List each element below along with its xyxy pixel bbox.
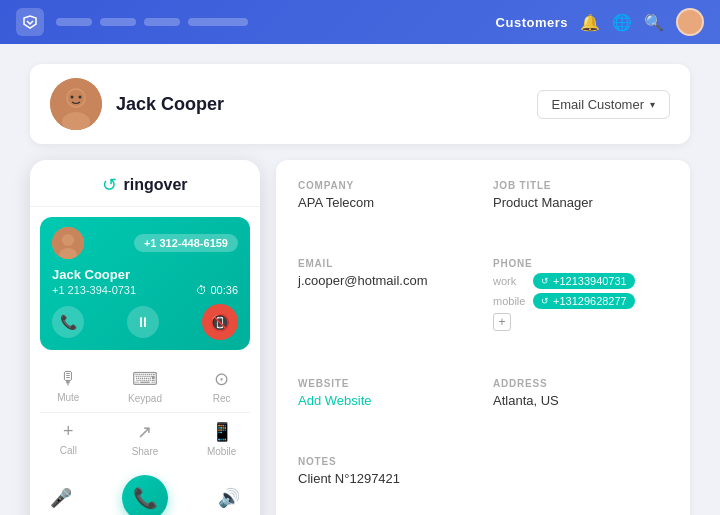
phone-mobile-type: mobile <box>493 295 527 307</box>
mobile-label: Mobile <box>207 446 236 457</box>
ringover-logo-text: ringover <box>123 176 187 194</box>
phone-mobile-icon: ↺ <box>541 296 549 306</box>
timer-icon: ⏱ <box>196 284 207 296</box>
navbar-right: 🔔 🌐 🔍 <box>580 8 704 36</box>
call-control[interactable]: + Call <box>34 421 103 457</box>
navbar-logo <box>16 8 44 36</box>
ringover-header: ↺ ringover <box>30 160 260 207</box>
timer-value: 00:36 <box>210 284 238 296</box>
notes-field: NOTES Client N°1297421 <box>298 456 473 516</box>
navbar-pill-4 <box>188 18 248 26</box>
navbar-pill-2 <box>100 18 136 26</box>
pause-button[interactable]: ⏸ <box>127 306 159 338</box>
ringover-widget: ↺ ringover +1 312-448-6159 Jack Cooper <box>30 160 260 515</box>
phone-label: PHONE <box>493 258 668 269</box>
mute-icon: 🎙 <box>59 368 77 389</box>
rec-label: Rec <box>213 393 231 404</box>
microphone-icon[interactable]: 🎤 <box>50 487 72 509</box>
svg-point-7 <box>62 234 74 246</box>
notes-value: Client N°1297421 <box>298 471 473 486</box>
widget-controls-row2: + Call ↗ Share 📱 Mobile <box>30 413 260 465</box>
email-customer-button[interactable]: Email Customer <box>537 90 670 119</box>
globe-icon[interactable]: 🌐 <box>612 13 632 32</box>
customer-name: Jack Cooper <box>116 94 523 115</box>
keypad-icon: ⌨ <box>132 368 158 390</box>
contact-details: COMPANY APA Telecom JOB TITLE Product Ma… <box>276 160 690 515</box>
navbar-pill-1 <box>56 18 92 26</box>
share-icon: ↗ <box>137 421 152 443</box>
company-value: APA Telecom <box>298 195 473 210</box>
company-label: COMPANY <box>298 180 473 191</box>
phone-work-icon: ↺ <box>541 276 549 286</box>
call-avatar <box>52 227 84 259</box>
phone-mobile-value: +13129628277 <box>553 295 627 307</box>
volume-icon[interactable]: 🔊 <box>218 487 240 509</box>
user-avatar[interactable] <box>676 8 704 36</box>
rec-icon: ⊙ <box>214 368 229 390</box>
keypad-control[interactable]: ⌨ Keypad <box>111 368 180 404</box>
job-title-label: JOB TITLE <box>493 180 668 191</box>
address-field: ADDRESS Atlanta, US <box>493 378 668 438</box>
hangup-button[interactable]: 📵 <box>202 304 238 340</box>
call-info-row: +1 213-394-0731 ⏱ 00:36 <box>52 284 238 296</box>
widget-bottom: 🎤 📞 🔊 <box>30 465 260 515</box>
phone-mobile-badge[interactable]: ↺ +13129628277 <box>533 293 635 309</box>
customer-avatar <box>50 78 102 130</box>
website-field: WEBSITE Add Website <box>298 378 473 438</box>
email-label: EMAIL <box>298 258 473 269</box>
call-contact-name: Jack Cooper <box>52 267 238 282</box>
svg-point-5 <box>79 96 82 99</box>
notes-label: NOTES <box>298 456 473 467</box>
phone-work-row: work ↺ +12133940731 <box>493 273 668 289</box>
navbar-title: Customers <box>496 15 568 30</box>
rec-control[interactable]: ⊙ Rec <box>187 368 256 404</box>
share-label: Share <box>132 446 159 457</box>
navbar-pills <box>56 18 484 26</box>
ringover-logo-icon: ↺ <box>102 174 117 196</box>
add-website-button[interactable]: Add Website <box>298 393 473 408</box>
call-card-top: +1 312-448-6159 <box>52 227 238 259</box>
phone-work-type: work <box>493 275 527 287</box>
phone-field: PHONE work ↺ +12133940731 mobile ↺ +1312… <box>493 258 668 361</box>
navbar-pill-3 <box>144 18 180 26</box>
share-control[interactable]: ↗ Share <box>111 421 180 457</box>
search-icon[interactable]: 🔍 <box>644 13 664 32</box>
main-content: Jack Cooper Email Customer ↺ ringover <box>0 44 720 515</box>
phone-work-badge[interactable]: ↺ +12133940731 <box>533 273 635 289</box>
main-call-button[interactable]: 📞 <box>122 475 168 515</box>
address-value: Atlanta, US <box>493 393 668 408</box>
address-label: ADDRESS <box>493 378 668 389</box>
widget-controls-row1: 🎙 Mute ⌨ Keypad ⊙ Rec <box>30 360 260 412</box>
recall-button[interactable]: 📞 <box>52 306 84 338</box>
call-card: +1 312-448-6159 Jack Cooper +1 213-394-0… <box>40 217 250 350</box>
call-add-icon: + <box>63 421 74 442</box>
mobile-control[interactable]: 📱 Mobile <box>187 421 256 457</box>
mute-label: Mute <box>57 392 79 403</box>
website-label: WEBSITE <box>298 378 473 389</box>
keypad-label: Keypad <box>128 393 162 404</box>
phone-work-value: +12133940731 <box>553 275 627 287</box>
mobile-icon: 📱 <box>211 421 233 443</box>
navbar: Customers 🔔 🌐 🔍 <box>0 0 720 44</box>
bell-icon[interactable]: 🔔 <box>580 13 600 32</box>
job-title-value: Product Manager <box>493 195 668 210</box>
call-actions-row: 📞 ⏸ 📵 <box>52 304 238 340</box>
mute-control[interactable]: 🎙 Mute <box>34 368 103 404</box>
bottom-section: ↺ ringover +1 312-448-6159 Jack Cooper <box>30 160 690 515</box>
job-title-field: JOB TITLE Product Manager <box>493 180 668 240</box>
add-phone-button[interactable]: + <box>493 313 511 331</box>
call-timer: ⏱ 00:36 <box>196 284 238 296</box>
customer-header: Jack Cooper Email Customer <box>30 64 690 144</box>
call-sub-number: +1 213-394-0731 <box>52 284 136 296</box>
email-field: EMAIL j.cooper@hotmail.com <box>298 258 473 361</box>
call-number-badge: +1 312-448-6159 <box>134 234 238 252</box>
email-value: j.cooper@hotmail.com <box>298 273 473 288</box>
call-label: Call <box>60 445 77 456</box>
svg-point-4 <box>71 96 74 99</box>
company-field: COMPANY APA Telecom <box>298 180 473 240</box>
phone-mobile-row: mobile ↺ +13129628277 <box>493 293 668 309</box>
